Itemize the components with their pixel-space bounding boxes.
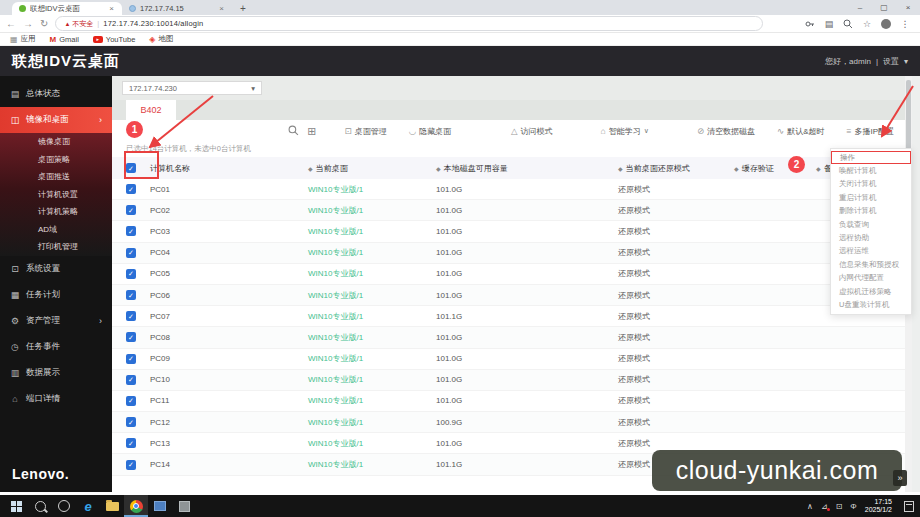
table-row[interactable]: ✓ PC11 WIN10专业版/1 101.0G 还原模式 — [112, 391, 908, 412]
watermark-expand-icon[interactable]: » — [893, 470, 907, 486]
tab2-close-icon[interactable]: × — [218, 4, 225, 13]
context-menu-item[interactable]: 虚拟机迁移策略 — [831, 285, 911, 298]
toolbar-button[interactable]: ◡ 隐藏桌面 — [409, 126, 451, 137]
cell-desktop-link[interactable]: WIN10专业版/1 — [308, 290, 363, 301]
row-checkbox[interactable]: ✓ — [126, 396, 136, 406]
row-checkbox[interactable]: ✓ — [126, 460, 136, 470]
sidebar-sub-item[interactable]: AD域 — [0, 221, 112, 239]
row-checkbox[interactable]: ✓ — [126, 226, 136, 236]
context-menu-item[interactable]: 关闭计算机 — [831, 178, 911, 191]
cell-desktop-link[interactable]: WIN10专业版/1 — [308, 332, 363, 343]
sidebar-sub-item[interactable]: 桌面策略 — [0, 151, 112, 169]
sidebar-item[interactable]: ▥ 数据展示 — [0, 360, 112, 386]
bookmark-youtube[interactable]: ▸ YouTube — [93, 35, 135, 44]
sidebar-item[interactable]: ◷ 任务事件 — [0, 334, 112, 360]
context-menu-item[interactable]: 信息采集和预授权 — [831, 258, 911, 271]
chevron-down-icon[interactable]: ∨ — [644, 127, 649, 135]
table-row[interactable]: ✓ PC06 WIN10专业版/1 101.0G 还原模式 — [112, 285, 908, 306]
col-current-desktop[interactable]: 当前桌面 — [316, 163, 348, 174]
row-checkbox[interactable]: ✓ — [126, 269, 136, 279]
cell-desktop-link[interactable]: WIN10专业版/1 — [308, 205, 363, 216]
toolbar-button[interactable]: ≡ 多播IP配置 — [846, 126, 894, 137]
sort-icon[interactable]: ◆ — [618, 165, 623, 172]
sort-icon[interactable]: ◆ — [734, 165, 739, 172]
row-checkbox[interactable]: ✓ — [126, 248, 136, 258]
sidebar-item[interactable]: ⚙ 资产管理 › — [0, 308, 112, 334]
col-disk-capacity[interactable]: 本地磁盘可用容量 — [444, 163, 508, 174]
sidebar-sub-item[interactable]: 桌面推送 — [0, 168, 112, 186]
window-minimize-button[interactable]: – — [848, 0, 872, 14]
sidebar-item[interactable]: ⊡ 系统设置 — [0, 256, 112, 282]
taskbar-app-blue-button[interactable] — [148, 495, 172, 517]
start-button[interactable] — [4, 495, 28, 517]
table-search-icon[interactable] — [288, 125, 299, 138]
new-tab-button[interactable]: + — [232, 3, 254, 15]
window-maximize-button[interactable]: ▢ — [872, 0, 896, 14]
tray-display-icon[interactable]: ⊡ — [836, 502, 843, 511]
edge-button[interactable]: e — [76, 495, 100, 517]
context-menu-item[interactable]: 唤醒计算机 — [831, 164, 911, 177]
cell-desktop-link[interactable]: WIN10专业版/1 — [308, 184, 363, 195]
cell-desktop-link[interactable]: WIN10专业版/1 — [308, 374, 363, 385]
security-warning[interactable]: ▲ 不安全 — [64, 19, 93, 29]
settings-caret-icon[interactable]: ▾ — [904, 57, 908, 66]
row-checkbox[interactable]: ✓ — [126, 332, 136, 342]
cell-desktop-link[interactable]: WIN10专业版/1 — [308, 353, 363, 364]
row-checkbox[interactable]: ✓ — [126, 354, 136, 364]
server-select[interactable]: 172.17.74.230 ▾ — [122, 81, 262, 95]
table-row[interactable]: ✓ PC03 WIN10专业版/1 101.0G 还原模式 — [112, 221, 908, 242]
table-row[interactable]: ✓ PC10 WIN10专业版/1 101.0G 还原模式 — [112, 370, 908, 391]
avatar[interactable] — [881, 19, 891, 29]
tab-b402[interactable]: B402 — [126, 100, 176, 120]
table-row[interactable]: ✓ PC04 WIN10专业版/1 101.0G 还原模式 — [112, 243, 908, 264]
toolbar-button[interactable]: ∿ 默认&超时 — [777, 126, 824, 137]
context-menu-item[interactable]: 负载查询 — [831, 218, 911, 231]
file-explorer-button[interactable] — [100, 495, 124, 517]
table-row[interactable]: ✓ PC09 WIN10专业版/1 101.0G 还原模式 — [112, 349, 908, 370]
row-checkbox[interactable]: ✓ — [126, 290, 136, 300]
tray-chevron-icon[interactable]: ∧ — [807, 502, 813, 511]
cell-desktop-link[interactable]: WIN10专业版/1 — [308, 395, 363, 406]
url-field[interactable]: ▲ 不安全 | 172.17.74.230:10014/allogin — [55, 16, 763, 31]
context-menu-item[interactable]: 删除计算机 — [831, 205, 911, 218]
toolbar-button[interactable]: ⊘ 清空数据磁盘 — [697, 126, 755, 137]
bookmark-apps[interactable]: ▦ 应用 — [10, 34, 36, 44]
bookmark-gmail[interactable]: M Gmail — [50, 35, 79, 44]
sidebar-sub-item[interactable]: 打印机管理 — [0, 238, 112, 256]
row-checkbox[interactable]: ✓ — [126, 438, 136, 448]
taskbar-app-gray-button[interactable] — [172, 495, 196, 517]
table-row[interactable]: ✓ PC08 WIN10专业版/1 101.0G 还原模式 — [112, 327, 908, 348]
col-restore-mode[interactable]: 当前桌面还原模式 — [626, 163, 690, 174]
window-close-button[interactable]: × — [896, 0, 920, 14]
chrome-button[interactable] — [124, 495, 148, 517]
tray-network-icon[interactable]: ⊿ — [821, 502, 828, 511]
context-menu-item[interactable]: 重启计算机 — [831, 191, 911, 204]
context-menu-item[interactable]: 内网代理配置 — [831, 272, 911, 285]
cell-desktop-link[interactable]: WIN10专业版/1 — [308, 226, 363, 237]
sidebar-item[interactable]: ⌂ 端口详情 — [0, 386, 112, 412]
row-checkbox[interactable]: ✓ — [126, 205, 136, 215]
tab1-close-icon[interactable]: × — [108, 4, 115, 13]
context-menu-item[interactable]: 操作 — [831, 151, 911, 164]
sidebar-item-overall-status[interactable]: ▤ 总体状态 — [0, 81, 112, 107]
row-checkbox[interactable]: ✓ — [126, 184, 136, 194]
row-checkbox[interactable]: ✓ — [126, 311, 136, 321]
bookmark-maps[interactable]: ◈ 地图 — [149, 34, 173, 44]
context-menu-item[interactable]: U盘重装计算机 — [831, 298, 911, 311]
cell-desktop-link[interactable]: WIN10专业版/1 — [308, 311, 363, 322]
tray-volume-icon[interactable]: Φ — [850, 502, 856, 511]
bookmark-star-icon[interactable]: ☆ — [862, 19, 872, 29]
back-button[interactable]: ← — [6, 19, 16, 29]
sort-icon[interactable]: ◆ — [308, 165, 313, 172]
toolbar-button[interactable]: △ 访问模式 — [511, 126, 553, 137]
col-cache-verify[interactable]: 缓存验证 — [742, 163, 774, 174]
sidebar-sub-item[interactable]: 镜像桌面 — [0, 133, 112, 151]
browser-tab-2[interactable]: 172.17.74.15 × — [122, 2, 232, 15]
cell-desktop-link[interactable]: WIN10专业版/1 — [308, 268, 363, 279]
browser-menu-icon[interactable]: ⋮ — [900, 19, 910, 29]
sort-icon[interactable]: ◆ — [436, 165, 441, 172]
sidebar-item[interactable]: ▦ 任务计划 — [0, 282, 112, 308]
row-checkbox[interactable]: ✓ — [126, 375, 136, 385]
cell-desktop-link[interactable]: WIN10专业版/1 — [308, 459, 363, 470]
sort-icon[interactable]: ◆ — [816, 165, 821, 172]
